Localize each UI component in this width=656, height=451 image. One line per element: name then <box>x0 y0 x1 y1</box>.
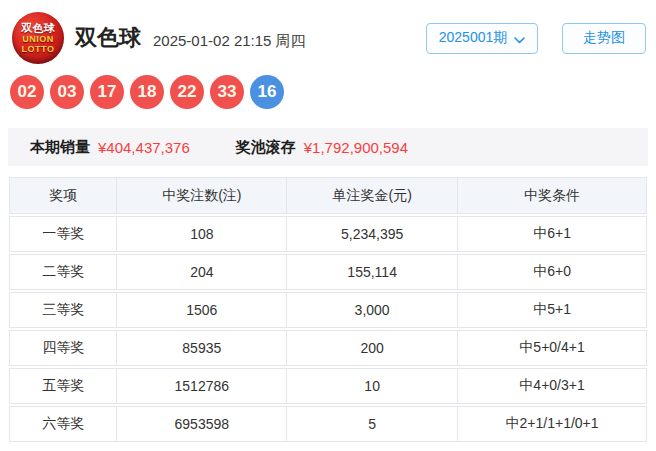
red-ball-6: 33 <box>210 75 244 109</box>
col-header-winners: 中奖注数(注) <box>117 177 287 214</box>
pool-value: ¥1,792,900,594 <box>304 139 408 156</box>
winner-count: 1506 <box>117 292 287 328</box>
prize-amount: 3,000 <box>287 292 458 328</box>
table-row: 二等奖 204 155,114 中6+0 <box>9 254 647 290</box>
logo-text-lotto: LOTTO <box>22 44 55 54</box>
prize-amount: 155,114 <box>287 254 458 290</box>
prize-tier: 六等奖 <box>9 406 117 442</box>
win-condition: 中5+0/4+1 <box>458 330 647 366</box>
header-bar: 双色球 UNION LOTTO 双色球 2025-01-02 21:15 周四 … <box>12 12 646 64</box>
winner-count: 204 <box>117 254 287 290</box>
red-ball-3: 17 <box>90 75 124 109</box>
lottery-results-page: 双色球 UNION LOTTO 双色球 2025-01-02 21:15 周四 … <box>0 12 656 451</box>
red-ball-5: 22 <box>170 75 204 109</box>
prize-amount: 5 <box>287 406 458 442</box>
win-condition: 中2+1/1+1/0+1 <box>458 406 647 442</box>
prize-tier: 四等奖 <box>9 330 117 366</box>
winner-count: 6953598 <box>117 406 287 442</box>
sales-label: 本期销量 <box>30 138 90 157</box>
winner-count: 85935 <box>117 330 287 366</box>
table-row: 一等奖 108 5,234,395 中6+1 <box>9 216 647 252</box>
col-header-amount: 单注奖金(元) <box>287 177 458 214</box>
winner-count: 1512786 <box>117 368 287 404</box>
draw-datetime: 2025-01-02 21:15 周四 <box>153 32 306 51</box>
blue-ball: 16 <box>250 75 284 109</box>
union-lotto-logo-icon: 双色球 UNION LOTTO <box>12 12 64 64</box>
issue-selector-label: 2025001期 <box>439 29 508 47</box>
prize-table-container: 奖项 中奖注数(注) 单注奖金(元) 中奖条件 一等奖 108 5,234,39… <box>9 175 647 444</box>
logo-text-cn: 双色球 <box>22 22 55 34</box>
header-actions: 2025001期 走势图 <box>426 23 646 54</box>
table-row: 四等奖 85935 200 中5+0/4+1 <box>9 330 647 366</box>
chevron-down-icon <box>514 31 525 47</box>
table-row: 三等奖 1506 3,000 中5+1 <box>9 292 647 328</box>
red-ball-4: 18 <box>130 75 164 109</box>
table-row: 五等奖 1512786 10 中4+0/3+1 <box>9 368 647 404</box>
sales-pool-bar: 本期销量 ¥404,437,376 奖池滚存 ¥1,792,900,594 <box>8 128 648 166</box>
sales-value: ¥404,437,376 <box>98 139 190 156</box>
prize-amount: 5,234,395 <box>287 216 458 252</box>
prize-amount: 200 <box>287 330 458 366</box>
win-condition: 中6+0 <box>458 254 647 290</box>
prize-table: 奖项 中奖注数(注) 单注奖金(元) 中奖条件 一等奖 108 5,234,39… <box>9 175 647 444</box>
prize-table-header-row: 奖项 中奖注数(注) 单注奖金(元) 中奖条件 <box>9 177 647 214</box>
red-ball-1: 02 <box>10 75 44 109</box>
win-condition: 中5+1 <box>458 292 647 328</box>
red-ball-2: 03 <box>50 75 84 109</box>
col-header-condition: 中奖条件 <box>458 177 647 214</box>
page-title: 双色球 <box>75 23 141 53</box>
prize-tier: 三等奖 <box>9 292 117 328</box>
prize-amount: 10 <box>287 368 458 404</box>
win-condition: 中6+1 <box>458 216 647 252</box>
prize-tier: 二等奖 <box>9 254 117 290</box>
win-condition: 中4+0/3+1 <box>458 368 647 404</box>
winner-count: 108 <box>117 216 287 252</box>
col-header-prize: 奖项 <box>9 177 117 214</box>
logo-text-union: UNION <box>22 34 54 44</box>
table-row: 六等奖 6953598 5 中2+1/1+1/0+1 <box>9 406 647 442</box>
prize-tier: 一等奖 <box>9 216 117 252</box>
prize-tier: 五等奖 <box>9 368 117 404</box>
winning-numbers: 02 03 17 18 22 33 16 <box>10 75 656 109</box>
trend-chart-button[interactable]: 走势图 <box>562 23 646 54</box>
issue-selector-dropdown[interactable]: 2025001期 <box>426 23 538 54</box>
pool-label: 奖池滚存 <box>236 138 296 157</box>
